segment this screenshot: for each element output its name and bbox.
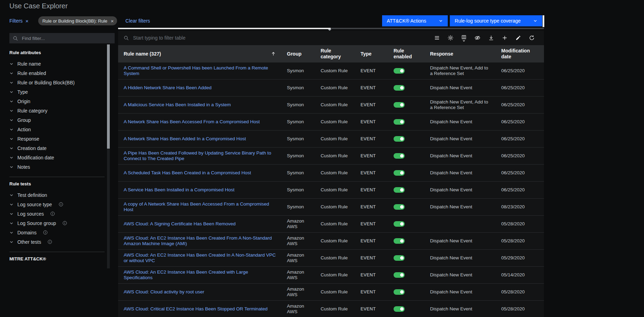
- rule-enabled-toggle[interactable]: [394, 170, 405, 176]
- tag-close-icon[interactable]: ×: [109, 17, 116, 24]
- sidebar-scrollbar[interactable]: [107, 44, 110, 268]
- table-row: AWS Cloud: An EC2 Instance Has Been Crea…: [118, 233, 544, 250]
- rule-enabled-cell: [388, 114, 424, 130]
- column-header-modification-date[interactable]: Modification date: [496, 45, 544, 62]
- sidebar-item-test-definition[interactable]: Test definition: [9, 190, 105, 200]
- sidebar-section-title-rule-tests: Rule tests: [9, 181, 105, 186]
- chevron-down-icon: [9, 146, 14, 150]
- rule-enabled-toggle[interactable]: [394, 85, 405, 91]
- info-icon[interactable]: [48, 240, 52, 244]
- rule-enabled-toggle[interactable]: [394, 306, 405, 312]
- rule-name-link[interactable]: A Scheduled Task Has Been Created in a C…: [124, 170, 251, 176]
- column-header-rule-name-327[interactable]: Rule name (327): [118, 45, 281, 62]
- rule-enabled-toggle[interactable]: [394, 102, 405, 108]
- sidebar-item-log-sources[interactable]: Log sources: [9, 209, 105, 218]
- sidebar-item-label: Type: [17, 89, 28, 95]
- rule-enabled-toggle[interactable]: [394, 136, 405, 142]
- table-row: A Hidden Network Share Has Been AddedSys…: [118, 80, 544, 97]
- rule-name-link[interactable]: A Hidden Network Share Has Been Added: [124, 85, 212, 91]
- horizontal-scrollbar-thumb[interactable]: [118, 28, 331, 29]
- sidebar-item-label: Rule enabled: [17, 70, 46, 76]
- rule-name-link[interactable]: A Network Share Has Been Added In a Comp…: [124, 136, 246, 142]
- rule-name-link[interactable]: AWS Cloud: An EC2 Instance Has Been Crea…: [124, 269, 276, 281]
- rule-name-link[interactable]: AWS Cloud: A Signing Certificate Has Bee…: [124, 221, 236, 227]
- rule-name-link[interactable]: A Service Has Been Installed in a Compro…: [124, 187, 234, 193]
- column-header-rule-enabled[interactable]: Rule enabled: [388, 45, 424, 62]
- info-icon[interactable]: [43, 230, 48, 235]
- table-filter-input[interactable]: [132, 35, 427, 41]
- refresh-icon[interactable]: [525, 31, 538, 45]
- info-icon[interactable]: [59, 202, 63, 207]
- horizontal-scrollbar[interactable]: [118, 28, 544, 29]
- rule-name-link[interactable]: A copy of A Network Share Has Been Acces…: [124, 201, 276, 212]
- rule-enabled-toggle[interactable]: [394, 272, 405, 278]
- edit-icon[interactable]: [511, 31, 525, 45]
- rule-name-link[interactable]: A Pipe Has Been Created Followed by Upda…: [124, 150, 276, 161]
- sidebar-item-modification-date[interactable]: Modification date: [9, 153, 105, 162]
- rule-enabled-toggle[interactable]: [394, 289, 405, 295]
- sidebar-item-creation-date[interactable]: Creation date: [9, 143, 105, 153]
- modification-date-cell: 06/25/2020: [496, 131, 544, 147]
- column-header-rule-category[interactable]: Rule category: [315, 45, 355, 62]
- modification-date-cell: 05/28/2020: [496, 301, 544, 317]
- list-icon[interactable]: [430, 31, 444, 45]
- rule-name-cell: AWS Cloud: An EC2 Instance Has Been Crea…: [118, 267, 281, 283]
- close-icon[interactable]: ×: [25, 18, 28, 24]
- rule-enabled-toggle[interactable]: [394, 153, 405, 159]
- rule-name-link[interactable]: AWS Cloud: Critical EC2 Instance Has Bee…: [124, 306, 267, 312]
- rule-enabled-toggle[interactable]: [394, 238, 405, 244]
- column-header-response[interactable]: Response: [424, 45, 496, 62]
- download-icon[interactable]: [484, 31, 498, 45]
- rule-enabled-toggle[interactable]: [394, 221, 405, 227]
- chevron-down-icon: [9, 99, 14, 103]
- info-icon[interactable]: [50, 211, 55, 216]
- rule-enabled-toggle[interactable]: [394, 255, 405, 261]
- sidebar-item-rule-or-building-block-bb[interactable]: Rule or Building Block(BB): [9, 78, 105, 87]
- rule-enabled-toggle[interactable]: [394, 187, 405, 193]
- chevron-down-icon: [9, 156, 14, 160]
- sidebar-scrollbar-thumb[interactable]: [107, 44, 110, 149]
- sidebar-item-origin[interactable]: Origin: [9, 97, 105, 106]
- column-header-type[interactable]: Type: [355, 45, 388, 62]
- rule-name-link[interactable]: A Malicious Service Has Been Installed i…: [124, 102, 231, 108]
- chevron-down-icon: [9, 231, 14, 235]
- column-layout-icon[interactable]: [457, 31, 471, 45]
- rule-name-link[interactable]: AWS Cloud: An EC2 Instance Has Been Crea…: [124, 235, 276, 247]
- sidebar-item-rule-name[interactable]: Rule name: [9, 59, 105, 68]
- sidebar-item-response[interactable]: Response: [9, 134, 105, 143]
- chevron-down-icon: [9, 202, 14, 207]
- sidebar-item-group[interactable]: Group: [9, 115, 105, 125]
- sidebar-item-notes[interactable]: Notes: [9, 162, 105, 172]
- add-icon[interactable]: [498, 31, 511, 45]
- rule-enabled-toggle[interactable]: [394, 204, 405, 210]
- settings-gear-icon[interactable]: [444, 31, 457, 45]
- sidebar-item-log-source-type[interactable]: Log source type: [9, 200, 105, 209]
- sidebar-item-other-tests[interactable]: Other tests: [9, 237, 105, 247]
- sidebar-item-log-source-group[interactable]: Log Source group: [9, 218, 105, 228]
- rule-enabled-cell: [388, 165, 424, 181]
- sidebar-item-domains[interactable]: Domains: [9, 228, 105, 237]
- vertical-scrollbar-thumb[interactable]: [543, 15, 544, 27]
- log-source-coverage-button[interactable]: Rule-log source type coverage: [450, 15, 542, 26]
- attack-actions-button[interactable]: ATT&CK® Actions: [382, 15, 448, 26]
- rule-name-link[interactable]: A Command Shell or Powershell Has been L…: [124, 65, 276, 76]
- table-row: A Pipe Has Been Created Followed by Upda…: [118, 148, 544, 165]
- clear-filters-link[interactable]: Clear filters: [125, 18, 150, 24]
- sort-ascending-icon[interactable]: [271, 51, 276, 56]
- rule-name-link[interactable]: AWS Cloud: Cloud activity by root user: [124, 289, 204, 295]
- sidebar-item-rule-category[interactable]: Rule category: [9, 106, 105, 115]
- column-header-group[interactable]: Group: [281, 45, 315, 62]
- sidebar-item-action[interactable]: Action: [9, 125, 105, 134]
- find-filter-input[interactable]: [21, 35, 111, 41]
- info-icon[interactable]: [63, 221, 67, 225]
- sidebar-item-type[interactable]: Type: [9, 87, 105, 97]
- rule-name-link[interactable]: AWS Cloud: An EC2 Instance Has Been Crea…: [124, 252, 276, 264]
- rule-enabled-toggle[interactable]: [394, 119, 405, 125]
- column-header-label: Type: [361, 51, 372, 57]
- sidebar-item-rule-enabled[interactable]: Rule enabled: [9, 68, 105, 78]
- hide-columns-icon[interactable]: [471, 31, 484, 45]
- filters-panel-toggle[interactable]: Filters ×: [9, 18, 28, 24]
- rule-enabled-toggle[interactable]: [394, 68, 405, 74]
- rule-name-link[interactable]: A Network Share Has Been Accessed From a…: [124, 119, 260, 125]
- search-icon: [13, 36, 18, 41]
